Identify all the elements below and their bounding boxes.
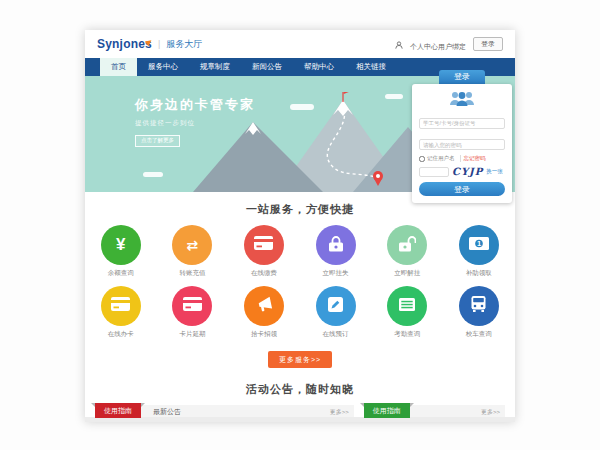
list-icon — [399, 297, 415, 315]
hero-subtitle: 提供捷径一步到位 — [135, 119, 255, 128]
service-label: 在线缴费 — [228, 269, 300, 278]
service-label: 在线预订 — [300, 330, 372, 339]
service-label: 补助领取 — [443, 269, 515, 278]
panel-ribbon-tab[interactable]: 使用指南 — [364, 403, 410, 418]
service-circle[interactable] — [244, 286, 284, 326]
service-item-9[interactable]: 在线预订 — [300, 286, 372, 339]
service-circle[interactable] — [316, 225, 356, 265]
announcements-section: 活动公告，随时知晓 使用指南最新公告更多>>使用指南更多>> — [85, 368, 515, 422]
megaphone-icon — [255, 296, 273, 316]
site-header: Synjones | 服务大厅 个人中心用户绑定 登录 — [85, 30, 515, 58]
nav-item-0[interactable]: 首页 — [100, 58, 137, 76]
banknote-icon: 1 — [469, 236, 489, 254]
header-link-0[interactable]: 个人中心 — [410, 42, 438, 52]
hero-title: 你身边的卡管专家 — [135, 96, 255, 114]
nav-item-2[interactable]: 规章制度 — [189, 58, 241, 76]
service-circle[interactable] — [101, 286, 141, 326]
username-input[interactable] — [419, 118, 505, 129]
nav-item-5[interactable]: 相关链接 — [345, 58, 397, 76]
service-item-0[interactable]: ¥余额查询 — [85, 225, 157, 278]
service-circle[interactable] — [316, 286, 356, 326]
password-input[interactable] — [419, 139, 505, 150]
services-section: 一站服务，方便快捷 ¥余额查询⇄转账充值在线缴费立即挂失立即解挂1补助领取在线办… — [85, 192, 515, 368]
panel-more-link[interactable]: 更多>> — [481, 408, 500, 417]
service-label: 考勤查询 — [371, 330, 443, 339]
service-circle[interactable] — [244, 225, 284, 265]
svg-text:1: 1 — [477, 239, 481, 248]
portal-page: Synjones | 服务大厅 个人中心用户绑定 登录 首页服务中心规章制度新闻… — [85, 30, 515, 422]
card-icon — [254, 236, 273, 254]
panel-more-link[interactable]: 更多>> — [330, 408, 349, 417]
site-name: 服务大厅 — [166, 38, 202, 51]
brand-logo-text: Synjones — [97, 37, 152, 51]
card-icon — [111, 297, 130, 315]
nav-item-4[interactable]: 帮助中心 — [293, 58, 345, 76]
nav-item-3[interactable]: 新闻公告 — [241, 58, 293, 76]
service-item-7[interactable]: 卡片延期 — [157, 286, 229, 339]
header-divider: | — [158, 39, 160, 49]
service-circle[interactable] — [459, 286, 499, 326]
edit-icon — [328, 297, 343, 316]
service-label: 校车查询 — [443, 330, 515, 339]
remember-checkbox[interactable] — [419, 156, 425, 162]
header-links: 个人中心用户绑定 登录 — [395, 35, 503, 53]
service-circle[interactable]: 1 — [459, 225, 499, 265]
captcha-input[interactable] — [419, 167, 449, 177]
service-label: 拾卡招领 — [228, 330, 300, 339]
captcha-row: CYJP 换一张 — [419, 166, 505, 177]
service-item-5[interactable]: 1补助领取 — [443, 225, 515, 278]
header-link-1[interactable]: 用户绑定 — [438, 42, 466, 52]
remember-row: 记住用户名 忘记密码 — [419, 155, 505, 162]
service-label: 立即挂失 — [300, 269, 372, 278]
captcha-refresh-link[interactable]: 换一张 — [486, 168, 503, 175]
panel-secondary-tab[interactable]: 最新公告 — [153, 407, 181, 417]
service-label: 卡片延期 — [157, 330, 229, 339]
service-item-11[interactable]: 校车查询 — [443, 286, 515, 339]
login-panel: 登录 记住用户名 忘记密码 CYJP 换一张 — [412, 70, 512, 203]
services-title: 一站服务，方便快捷 — [85, 202, 515, 217]
nav-item-1[interactable]: 服务中心 — [137, 58, 189, 76]
transfer-icon: ⇄ — [187, 236, 199, 254]
service-circle[interactable] — [387, 286, 427, 326]
service-item-6[interactable]: 在线办卡 — [85, 286, 157, 339]
user-icon — [395, 35, 403, 53]
login-submit-button[interactable]: 登录 — [419, 182, 505, 196]
forgot-password-link[interactable]: 忘记密码 — [460, 155, 486, 162]
service-label: 立即解挂 — [371, 269, 443, 278]
login-form: 记住用户名 忘记密码 CYJP 换一张 登录 — [412, 84, 512, 203]
unlock-icon — [399, 235, 416, 256]
service-item-8[interactable]: 拾卡招领 — [228, 286, 300, 339]
remember-label: 记住用户名 — [427, 155, 455, 162]
users-icon — [448, 90, 476, 107]
service-circle[interactable] — [172, 286, 212, 326]
cloud-icon — [143, 172, 163, 177]
service-item-3[interactable]: 立即挂失 — [300, 225, 372, 278]
captcha-image: CYJP — [452, 166, 483, 177]
more-services-button[interactable]: 更多服务>> — [268, 351, 332, 368]
service-label: 在线办卡 — [85, 330, 157, 339]
login-tab[interactable]: 登录 — [439, 70, 485, 84]
screenshot-stage: Synjones | 服务大厅 个人中心用户绑定 登录 首页服务中心规章制度新闻… — [0, 0, 600, 450]
service-item-10[interactable]: 考勤查询 — [371, 286, 443, 339]
service-label: 余额查询 — [85, 269, 157, 278]
lock-icon — [329, 235, 343, 256]
bus-icon — [471, 296, 486, 316]
service-item-2[interactable]: 在线缴费 — [228, 225, 300, 278]
header-login-button[interactable]: 登录 — [473, 37, 503, 51]
service-circle[interactable] — [387, 225, 427, 265]
brand-logo[interactable]: Synjones — [97, 37, 152, 51]
service-circle[interactable]: ¥ — [101, 225, 141, 265]
service-circle[interactable]: ⇄ — [172, 225, 212, 265]
announcements-title: 活动公告，随时知晓 — [85, 382, 515, 397]
service-label: 转账充值 — [157, 269, 229, 278]
card-icon — [183, 297, 202, 315]
header-link-group: 个人中心用户绑定 — [410, 35, 466, 53]
page-bottom-strip — [85, 417, 515, 422]
panel-ribbon-tab[interactable]: 使用指南 — [95, 403, 141, 418]
yen-icon: ¥ — [116, 236, 125, 254]
service-item-4[interactable]: 立即解挂 — [371, 225, 443, 278]
services-grid: ¥余额查询⇄转账充值在线缴费立即挂失立即解挂1补助领取在线办卡卡片延期拾卡招领在… — [85, 225, 515, 347]
hero-cta-button[interactable]: 点击了解更多 — [135, 135, 180, 147]
service-item-1[interactable]: ⇄转账充值 — [157, 225, 229, 278]
hero-copy: 你身边的卡管专家 提供捷径一步到位 点击了解更多 — [135, 96, 255, 147]
